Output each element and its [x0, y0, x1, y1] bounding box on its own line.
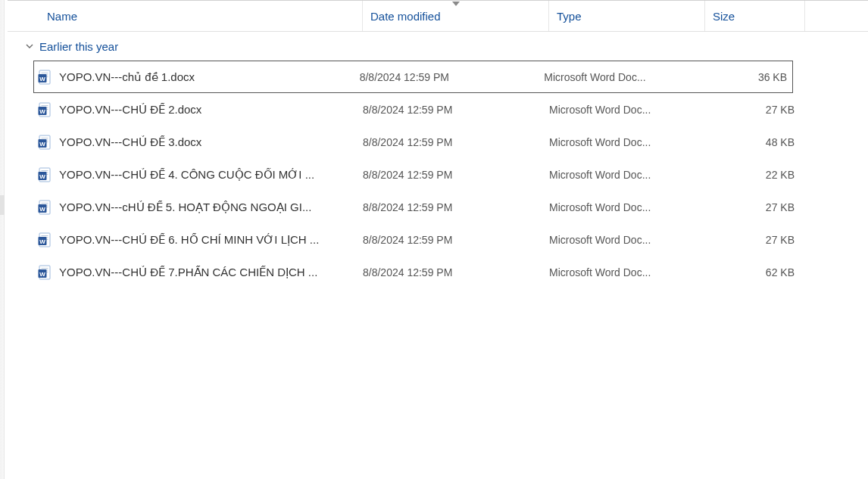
file-type-cell: Microsoft Word Doc... — [549, 169, 705, 181]
file-size-cell: 27 KB — [705, 234, 801, 246]
file-size-cell: 27 KB — [705, 104, 801, 116]
word-document-icon — [38, 70, 52, 85]
column-header-name[interactable]: Name — [8, 1, 363, 31]
file-name-cell: YOPO.VN---cHỦ ĐỀ 5. HOẠT ĐỘNG NGOẠI GI..… — [38, 200, 363, 215]
group-header-label: Earlier this year — [39, 40, 118, 53]
file-date-cell: 8/8/2024 12:59 PM — [363, 136, 549, 148]
file-name-text: YOPO.VN---cHỦ ĐỀ 5. HOẠT ĐỘNG NGOẠI GI..… — [59, 201, 311, 214]
file-row[interactable]: YOPO.VN---CHỦ ĐỀ 3.docx8/8/2024 12:59 PM… — [8, 126, 868, 158]
file-name-text: YOPO.VN---chủ đề 1.docx — [59, 70, 195, 84]
file-size-cell: 62 KB — [705, 266, 801, 278]
file-size-cell: 22 KB — [705, 169, 801, 181]
column-header-row: Name Date modified Type Size — [8, 0, 868, 32]
word-document-icon — [38, 232, 52, 247]
file-name-cell: YOPO.VN---CHỦ ĐỀ 4. CÔNG CUỘC ĐỔI MỚI ..… — [38, 167, 363, 182]
file-type-cell: Microsoft Word Doc... — [549, 201, 705, 213]
file-name-cell: YOPO.VN---chủ đề 1.docx — [38, 70, 360, 85]
file-type-cell: Microsoft Word Doc... — [544, 71, 698, 83]
file-row[interactable]: YOPO.VN---CHỦ ĐỀ 2.docx8/8/2024 12:59 PM… — [8, 93, 868, 126]
group-header-earlier-this-year[interactable]: Earlier this year — [8, 32, 868, 61]
file-size-cell: 27 KB — [705, 201, 801, 213]
chevron-down-icon — [24, 41, 35, 51]
file-date-cell: 8/8/2024 12:59 PM — [363, 201, 549, 213]
column-header-size[interactable]: Size — [705, 1, 805, 31]
column-header-size-label: Size — [713, 10, 735, 23]
word-document-icon — [38, 102, 52, 117]
column-header-date-label: Date modified — [370, 10, 441, 23]
file-date-cell: 8/8/2024 12:59 PM — [360, 71, 545, 83]
file-date-cell: 8/8/2024 12:59 PM — [363, 169, 549, 181]
file-size-cell: 48 KB — [705, 136, 801, 148]
file-type-cell: Microsoft Word Doc... — [549, 136, 705, 148]
word-document-icon — [38, 265, 52, 280]
word-document-icon — [38, 200, 52, 215]
file-name-cell: YOPO.VN---CHỦ ĐỀ 3.docx — [38, 135, 363, 150]
file-name-text: YOPO.VN---CHỦ ĐỀ 3.docx — [59, 135, 201, 149]
file-name-cell: YOPO.VN---CHỦ ĐỀ 7.PHẦN CÁC CHIẾN DỊCH .… — [38, 265, 363, 280]
file-name-cell: YOPO.VN---CHỦ ĐỀ 6. HỒ CHÍ MINH VỚI LỊCH… — [38, 232, 363, 247]
left-pane-divider[interactable] — [0, 0, 5, 479]
sort-descending-icon — [452, 0, 460, 8]
file-explorer-details-view: Name Date modified Type Size Earlier thi… — [8, 0, 868, 479]
file-row[interactable]: YOPO.VN---CHỦ ĐỀ 4. CÔNG CUỘC ĐỔI MỚI ..… — [8, 158, 868, 191]
file-date-cell: 8/8/2024 12:59 PM — [363, 266, 549, 278]
file-row[interactable]: YOPO.VN---chủ đề 1.docx8/8/2024 12:59 PM… — [33, 61, 793, 93]
file-row[interactable]: YOPO.VN---CHỦ ĐỀ 7.PHẦN CÁC CHIẾN DỊCH .… — [8, 256, 868, 288]
column-header-name-label: Name — [47, 10, 77, 23]
file-name-text: YOPO.VN---CHỦ ĐỀ 4. CÔNG CUỘC ĐỔI MỚI ..… — [59, 168, 314, 182]
file-name-text: YOPO.VN---CHỦ ĐỀ 2.docx — [59, 103, 201, 117]
column-header-type[interactable]: Type — [549, 1, 705, 31]
file-name-cell: YOPO.VN---CHỦ ĐỀ 2.docx — [38, 102, 363, 117]
file-type-cell: Microsoft Word Doc... — [549, 266, 705, 278]
word-document-icon — [38, 135, 52, 150]
file-type-cell: Microsoft Word Doc... — [549, 234, 705, 246]
file-row[interactable]: YOPO.VN---cHỦ ĐỀ 5. HOẠT ĐỘNG NGOẠI GI..… — [8, 191, 868, 223]
file-size-cell: 36 KB — [698, 71, 793, 83]
left-pane-grip[interactable] — [0, 195, 5, 215]
file-list: YOPO.VN---chủ đề 1.docx8/8/2024 12:59 PM… — [8, 61, 868, 288]
file-name-text: YOPO.VN---CHỦ ĐỀ 7.PHẦN CÁC CHIẾN DỊCH .… — [59, 266, 317, 279]
file-type-cell: Microsoft Word Doc... — [549, 104, 705, 116]
file-row[interactable]: YOPO.VN---CHỦ ĐỀ 6. HỒ CHÍ MINH VỚI LỊCH… — [8, 223, 868, 256]
column-header-type-label: Type — [557, 10, 582, 23]
column-header-date-modified[interactable]: Date modified — [363, 1, 549, 31]
file-date-cell: 8/8/2024 12:59 PM — [363, 104, 549, 116]
word-document-icon — [38, 167, 52, 182]
file-name-text: YOPO.VN---CHỦ ĐỀ 6. HỒ CHÍ MINH VỚI LỊCH… — [59, 233, 319, 247]
file-date-cell: 8/8/2024 12:59 PM — [363, 234, 549, 246]
